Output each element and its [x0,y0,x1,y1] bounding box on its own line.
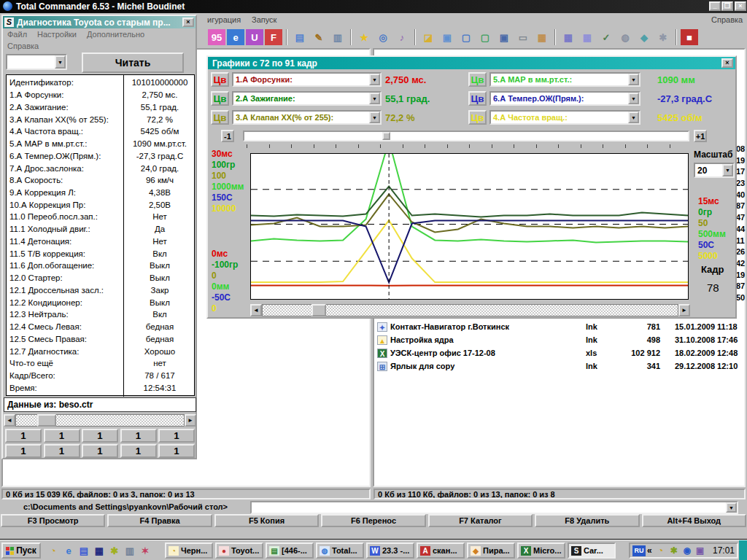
restore-button[interactable]: ❐ [721,1,733,11]
color-button[interactable]: Цв [211,72,229,87]
diagnostic-row[interactable]: 12.0 Стартер:Выкл [7,272,194,284]
toyota-menu-Справка[interactable]: Справка [7,42,39,50]
parameter-combobox[interactable]: 4.А Частота вращ.:▼ [489,110,640,125]
ql-browser-icon[interactable]: e [62,544,75,557]
diagnostic-row[interactable]: 12.4 Смесь Левая:бедная [7,321,194,333]
diagnostic-row[interactable]: 9.А Коррекция Л:4,38В [7,187,194,199]
toyota-menu-Настройки[interactable]: Настройки [37,30,77,39]
plot-area[interactable] [250,153,689,300]
diagnostic-row[interactable]: 12.3 Нейтраль:Вкл [7,308,194,321]
diagnostic-row[interactable]: 12.2 Кондиционер:Выкл [7,296,194,308]
toolbar-cube-icon[interactable]: ◆ [635,28,654,46]
toolbar-notebook-icon[interactable]: ▥ [328,28,347,46]
grid-one-button[interactable]: 1 [158,444,195,458]
ql-calc-icon[interactable]: ▥ [123,544,136,557]
plot-hscrollbar[interactable]: ◄ ► [250,304,690,316]
file-row[interactable]: ▲Настройка ядраlnk49831.10.2008 17:46 [374,333,744,346]
tray-blue-icon[interactable]: ◉ [681,545,693,556]
grid-one-button[interactable]: 1 [120,444,157,458]
command-input[interactable]: ▼ [250,501,738,514]
diagnostic-row[interactable]: 11.6 Доп.обогащение:Выкл [7,260,194,272]
diagnostic-row[interactable]: 11.0 Переоб.посл.зап.:Нет [7,211,194,223]
diagnostic-row[interactable]: 11.1 Холодный двиг.:Да [7,223,194,236]
diagnostic-row[interactable]: 12.7 Диагностика:Хорошо [7,345,194,357]
protocol-combobox[interactable]: ▼ [6,54,67,70]
toolbar-copy-doc-icon[interactable]: ▣ [438,28,457,46]
ql-save-icon[interactable]: ▦ [93,544,106,557]
frame-plus-button[interactable]: +1 [694,130,707,142]
scroll-right-icon[interactable]: ► [678,304,690,316]
menu-help[interactable]: Справка [711,15,743,24]
read-button[interactable]: Читать [82,52,184,73]
scroll-left-icon[interactable]: ◄ [250,304,262,316]
parameter-combobox[interactable]: 5.А МАР в мм.рт.ст.:▼ [489,72,640,87]
scroll-right-icon[interactable]: ► [185,414,196,427]
diagnostic-row[interactable]: 8.А Скорость:96 км/ч [7,174,194,187]
toolbar-url-list-icon[interactable]: U [245,28,264,46]
diagnostic-row[interactable]: 3.А Клапан ХХ(% от 255):72,2 % [7,113,194,125]
color-button[interactable]: Цв [211,110,229,125]
diagnostic-row[interactable]: 2.А Зажигание:55,1 град. [7,101,194,113]
diagnostic-row[interactable]: 6.А Темпер.ОЖ(Прям.):-27,3 град.С [7,149,194,162]
toolbar-edit-pen-icon[interactable]: ✎ [309,28,328,46]
fkey-f6[interactable]: F6 Перенос [321,514,425,527]
toolbar-printer-icon[interactable]: ▭ [514,28,533,46]
toolbar-exit-red-icon[interactable]: ■ [680,28,699,46]
task-scan-pdf[interactable]: Aскан... [417,542,465,559]
parameter-combobox[interactable]: 1.А Форсунки:▼ [232,72,382,87]
fkey-alt+f4[interactable]: Alt+F4 Выход [642,514,746,527]
diagnostic-row[interactable]: 11.5 Т/В коррекция:Вкл [7,247,194,260]
toolbar-pack-icon[interactable]: ▦ [559,28,578,46]
toolbar-search-icon[interactable]: ◎ [374,28,392,46]
grid-one-button[interactable]: 1 [44,429,80,443]
toolbar-disk-icon[interactable]: ◍ [616,28,635,46]
grid-one-button[interactable]: 1 [82,429,118,443]
diagnostic-row[interactable]: 7.А Дрос.заслонка:24,0 град. [7,162,194,174]
toolbar-folder-open-icon[interactable]: ◪ [419,28,438,46]
color-button[interactable]: Цв [468,91,487,106]
diagnostic-row[interactable]: 10.А Коррекция Пр:2,50В [7,198,194,211]
toolbar-tv-icon[interactable]: ▦ [533,28,551,46]
task-446[interactable]: ▤[446-... [266,542,314,559]
minimize-button[interactable]: _ [709,1,721,11]
ql-swirl-icon[interactable]: ✶ [139,544,152,557]
grid-one-button[interactable]: 1 [120,429,157,443]
diagnostic-row[interactable]: Время:12:54:31 [7,381,194,394]
toolbar-doc-move-icon[interactable]: ▣ [495,28,514,46]
scale-combobox[interactable]: 20 ▼ [694,163,735,178]
task-word-doc[interactable]: W23.3 -... [366,542,414,559]
toolbar-doc-blue-icon[interactable]: ▢ [457,28,476,46]
frame-slider[interactable] [243,131,689,141]
chevron-down-icon[interactable]: ▼ [369,74,380,85]
chevron-down-icon[interactable]: ▼ [628,93,639,104]
dialog-hscrollbar[interactable]: ◄ ► [4,414,196,427]
fkey-f4[interactable]: F4 Правка [107,514,212,527]
toolbar-browser-icon[interactable]: e [226,28,245,46]
start-button[interactable]: Пуск [1,542,41,559]
file-row[interactable]: ✦Контакт-Навигатор г.Воткинскlnk78115.01… [374,320,744,333]
chevron-down-icon[interactable]: ▼ [628,112,639,123]
menu-run[interactable]: Запуск [252,15,276,24]
diagnostic-row[interactable]: 12.1 Дроссельная засл.:Закр [7,284,194,296]
fkey-f8[interactable]: F8 Удалить [535,514,639,527]
grid-one-button[interactable]: 1 [82,444,118,458]
diagnostic-row[interactable]: 4.А Частота вращ.:5425 об/м [7,125,194,138]
tray-pc-icon[interactable]: ▣ [694,545,706,556]
toolbar-media-notes-icon[interactable]: ♪ [392,28,411,46]
task-car-diagnostics[interactable]: SCar... [568,542,616,559]
ql-clock-icon[interactable]: ◔ [47,544,60,557]
menu-configuration-partial[interactable]: игурация [207,15,241,24]
color-button[interactable]: Цв [468,110,487,125]
chevron-down-icon[interactable]: ▼ [369,112,380,123]
toyota-menu-Файл[interactable]: Файл [7,30,27,39]
graphs-close-icon[interactable]: × [721,58,733,68]
diagnostic-row[interactable]: Идентификатор:101010000000 [7,77,194,89]
diagnostic-list[interactable]: Идентификатор:1010100000001.А Форсунки:2… [6,74,195,396]
tray-chevron[interactable]: « [647,545,652,556]
scroll-thumb[interactable] [37,414,56,427]
file-row[interactable]: XУЭСК-центр офис 17-12-08xls102 91218.02… [374,346,744,359]
toolbar-favorites-star-icon[interactable]: ★ [355,28,374,46]
diagnostic-row[interactable]: Кадр/Всего:78 / 617 [7,370,194,382]
toolbar-win95-keyboard-icon[interactable]: 95 [207,28,226,46]
scroll-left-icon[interactable]: ◄ [4,414,15,427]
